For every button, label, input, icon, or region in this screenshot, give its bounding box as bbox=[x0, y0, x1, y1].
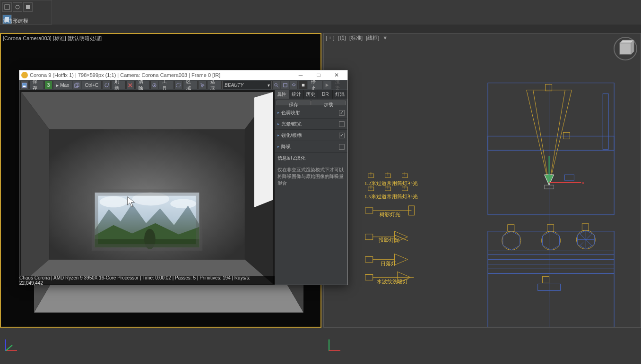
svg-rect-53 bbox=[402, 174, 408, 178]
modeling-label: 多边形建模 bbox=[2, 17, 28, 25]
tab-stats[interactable]: 统计 bbox=[289, 90, 304, 99]
svg-rect-65 bbox=[408, 206, 414, 215]
corona-title: Corona 9 (Hotfix 1) | 798×599px (1;1) | … bbox=[30, 72, 292, 78]
save-icon[interactable] bbox=[20, 81, 29, 89]
tool-btn-2[interactable] bbox=[13, 2, 22, 12]
annotation-4: 投影灯光 bbox=[379, 237, 399, 244]
tab-dr[interactable]: DR bbox=[318, 90, 333, 99]
svg-rect-72 bbox=[365, 274, 373, 280]
pick-button[interactable]: 选取 bbox=[207, 81, 222, 89]
bloom-checkbox[interactable] bbox=[339, 121, 345, 127]
svg-marker-86 bbox=[200, 83, 204, 87]
clear-icon[interactable] bbox=[126, 81, 135, 89]
svg-rect-14 bbox=[488, 83, 614, 215]
svg-line-38 bbox=[579, 233, 592, 246]
section-denoise[interactable]: ▸降噪 bbox=[275, 141, 347, 152]
svg-line-88 bbox=[277, 86, 278, 87]
refresh-icon[interactable] bbox=[102, 81, 111, 89]
svg-marker-98 bbox=[254, 92, 273, 207]
corona-titlebar[interactable]: Corona 9 (Hotfix 1) | 798×599px (1;1) | … bbox=[19, 70, 347, 80]
sharpen-checkbox[interactable]: ✓ bbox=[339, 133, 345, 138]
tool-btn-3[interactable] bbox=[23, 2, 33, 12]
svg-rect-77 bbox=[23, 85, 26, 87]
svg-rect-58 bbox=[385, 187, 391, 191]
zoom-icon[interactable] bbox=[272, 81, 281, 89]
viewport-camera-label: [Corona Camera003] [标准] [默认明暗处理] bbox=[3, 35, 102, 42]
save-button[interactable]: 保存 bbox=[29, 81, 44, 89]
tab-history[interactable]: 历史 bbox=[304, 90, 319, 99]
svg-rect-48 bbox=[543, 276, 549, 283]
svg-rect-39 bbox=[508, 225, 514, 231]
svg-rect-51 bbox=[368, 174, 374, 178]
minimize-button[interactable]: ─ bbox=[292, 70, 310, 80]
viewport-top-label: [ + ] [顶] [标准] [线框] ▼ bbox=[326, 34, 390, 42]
viewcube[interactable] bbox=[613, 36, 638, 61]
svg-point-102 bbox=[170, 199, 196, 209]
play-icon[interactable] bbox=[323, 81, 331, 89]
panel-load-button[interactable]: 加载 bbox=[312, 101, 346, 105]
corona-panel: 属性 统计 历史 DR 灯混 保存 加载 ▸色调映射 ✓ ▸光晕/眩光 ▸锐化/… bbox=[275, 90, 347, 285]
panel-save-button[interactable]: 保存 bbox=[277, 101, 311, 105]
rendered-room bbox=[21, 92, 273, 284]
tab-lightmix[interactable]: 灯混 bbox=[333, 90, 347, 99]
tool-btn-1[interactable] bbox=[2, 2, 12, 12]
svg-marker-92 bbox=[326, 83, 329, 86]
svg-point-30 bbox=[542, 231, 561, 250]
svg-rect-41 bbox=[582, 224, 589, 230]
svg-point-31 bbox=[576, 230, 595, 249]
section-tone[interactable]: ▸色调映射 ✓ bbox=[275, 107, 347, 119]
stop-icon[interactable] bbox=[299, 81, 307, 89]
svg-rect-49 bbox=[538, 284, 561, 290]
pick-icon[interactable] bbox=[198, 81, 207, 89]
filter-icon[interactable]: ▼ bbox=[382, 35, 388, 41]
pass-select[interactable]: BEAUTY▾ bbox=[222, 81, 272, 89]
svg-rect-69 bbox=[365, 257, 373, 262]
tab-strip bbox=[0, 25, 641, 33]
section-bloom[interactable]: ▸光晕/眩光 bbox=[275, 119, 347, 130]
corona-toolbar: 保存 3 ▸Max Ctrl+C 刷新 清除 工具 区域 选取 BEAUTY▾ … bbox=[19, 80, 347, 90]
region-button[interactable]: 区域 bbox=[183, 81, 198, 89]
tone-checkbox[interactable]: ✓ bbox=[339, 110, 345, 116]
viewport-top[interactable]: [ + ] [顶] [标准] [线框] ▼ x bbox=[323, 33, 641, 328]
layer-icon[interactable] bbox=[290, 81, 298, 89]
annotation-3: 树影灯光 bbox=[380, 211, 400, 218]
svg-text:x: x bbox=[582, 180, 584, 185]
svg-marker-19 bbox=[527, 90, 572, 185]
refresh-button[interactable]: 刷新 bbox=[111, 81, 126, 89]
info-text: 仅在非交互式渲染模式下才可以将降噪图像与原始图像的降噪量混合 bbox=[275, 164, 347, 189]
max-button[interactable]: ▸Max bbox=[53, 81, 72, 89]
three-button[interactable]: 3 bbox=[44, 81, 53, 89]
render-button[interactable]: 渲染 bbox=[332, 81, 346, 89]
svg-line-37 bbox=[579, 233, 592, 246]
svg-point-100 bbox=[100, 196, 128, 208]
clear-button[interactable]: 清除 bbox=[135, 81, 150, 89]
svg-point-87 bbox=[275, 83, 277, 86]
svg-point-29 bbox=[502, 231, 521, 250]
svg-rect-26 bbox=[603, 94, 608, 150]
copy-icon[interactable] bbox=[73, 81, 81, 89]
section-sharpen[interactable]: ▸锐化/模糊 ✓ bbox=[275, 130, 347, 141]
svg-marker-20 bbox=[533, 90, 565, 185]
region-icon[interactable] bbox=[174, 81, 183, 89]
svg-marker-33 bbox=[543, 231, 560, 250]
ctrlc-button[interactable]: Ctrl+C bbox=[82, 81, 102, 89]
svg-rect-66 bbox=[365, 234, 373, 240]
panel-tabs: 属性 统计 历史 DR 灯混 bbox=[275, 90, 347, 99]
svg-rect-15 bbox=[488, 136, 614, 150]
axis-gizmo-left bbox=[2, 336, 21, 355]
corona-vfb-window: Corona 9 (Hotfix 1) | 798×599px (1;1) | … bbox=[19, 70, 348, 285]
tools-button[interactable]: 工具 bbox=[159, 81, 173, 89]
fit-icon[interactable] bbox=[281, 81, 289, 89]
svg-marker-80 bbox=[108, 83, 109, 85]
close-button[interactable]: ✕ bbox=[328, 70, 346, 80]
top-toolbar: 多边形建模 bbox=[0, 0, 52, 25]
stop-button[interactable]: 停止 bbox=[308, 81, 322, 89]
render-view[interactable]: Chaos Corona | AMD Ryzen 9 3950X 16-Core… bbox=[19, 90, 275, 285]
section-info[interactable]: 信息&TZ汉化 bbox=[275, 152, 347, 164]
svg-marker-34 bbox=[577, 230, 594, 249]
tab-props[interactable]: 属性 bbox=[275, 90, 289, 99]
denoise-checkbox[interactable] bbox=[339, 144, 345, 150]
maximize-button[interactable]: □ bbox=[310, 70, 328, 80]
status-area bbox=[0, 328, 641, 364]
tools-icon[interactable] bbox=[150, 81, 159, 89]
